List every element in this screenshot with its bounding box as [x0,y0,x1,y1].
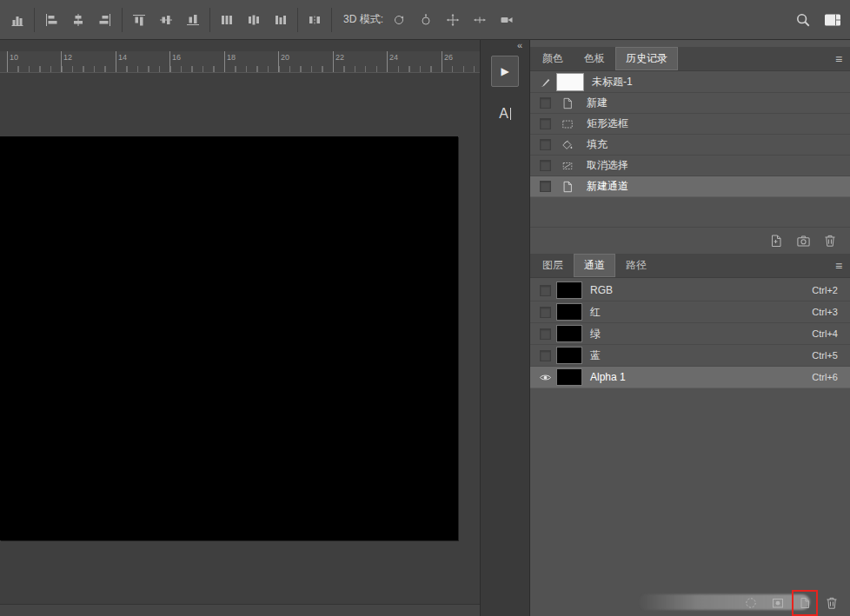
history-item-selected[interactable]: 新建通道 [530,176,850,197]
visibility-checkbox[interactable] [540,285,551,296]
tab-layers[interactable]: 图层 [532,254,574,277]
channel-shortcut: Ctrl+6 [812,372,850,382]
character-panel-button[interactable]: A [481,106,529,122]
tab-channels[interactable]: 通道 [574,254,615,277]
visibility-well[interactable] [534,307,556,318]
distribute-spacing-icon[interactable] [306,11,323,29]
3d-slide-icon[interactable] [471,11,488,29]
channels-list: RGB Ctrl+2 红 Ctrl+3 绿 Ctrl+4 蓝 Ctrl+5 [530,280,850,388]
visibility-well[interactable] [534,371,556,384]
horizontal-ruler: 10 12 14 16 18 20 22 24 26 [0,51,480,73]
distribute-right-edges-icon[interactable] [272,11,289,29]
history-item-label: 矩形选框 [587,116,628,131]
history-brush-well [534,139,556,150]
history-source-checkbox[interactable] [540,97,551,109]
history-item-label: 取消选择 [587,158,628,173]
panel-menu-icon[interactable]: ≡ [827,254,850,277]
channel-row-red[interactable]: 红 Ctrl+3 [530,301,850,323]
canvas[interactable] [0,136,458,540]
ruler-tick-label: 24 [389,53,398,62]
channel-shortcut: Ctrl+2 [812,285,850,295]
channel-label: 绿 [590,327,601,341]
actions-panel-button[interactable]: ▶ [491,56,519,87]
horizontal-scrollbar[interactable] [0,604,480,616]
workspace-switcher-icon[interactable] [824,11,841,29]
history-brush-source-icon[interactable] [534,76,556,89]
load-channel-as-selection-button[interactable] [741,593,760,613]
history-snapshot-thumbnail [556,73,584,91]
history-item[interactable]: 未标题-1 [530,72,850,93]
ruler-tick-label: 26 [444,53,453,62]
save-selection-as-channel-button[interactable] [768,593,787,613]
distribute-left-edges-icon[interactable] [218,11,236,29]
channel-shortcut: Ctrl+4 [812,328,850,339]
ruler-tick-label: 20 [281,53,289,62]
channel-thumbnail [556,347,582,364]
history-item[interactable]: 填充 [530,135,850,156]
3d-scale-icon[interactable] [498,11,515,29]
channel-label: 蓝 [590,348,601,363]
document-area[interactable]: 10 12 14 16 18 20 22 24 26 [0,40,480,616]
channel-shortcut: Ctrl+5 [812,350,850,361]
toolbar-separator [122,8,123,32]
tab-color[interactable]: 颜色 [532,47,574,70]
visibility-well[interactable] [534,285,556,296]
visibility-checkbox[interactable] [540,350,551,361]
visibility-checkbox[interactable] [540,328,551,340]
history-item[interactable]: 取消选择 [530,156,850,176]
channel-thumbnail [556,325,582,342]
history-brush-well [534,118,556,129]
align-horizontal-centers-icon[interactable] [70,11,87,29]
channel-row-alpha1[interactable]: Alpha 1 Ctrl+6 [530,367,850,388]
history-source-checkbox[interactable] [540,118,551,129]
history-item[interactable]: 矩形选框 [530,114,850,135]
channel-row-rgb[interactable]: RGB Ctrl+2 [530,280,850,301]
align-bottom-edges-icon[interactable] [184,11,202,29]
history-item-label: 新建通道 [587,179,628,194]
new-channel-button[interactable] [795,593,814,613]
tab-history[interactable]: 历史记录 [615,47,678,70]
panel-dock: « ▶ A [480,40,530,616]
history-panel-footer [530,227,850,254]
3d-mode-label: 3D 模式: [343,12,383,27]
character-a-icon: A [499,106,508,122]
3d-orbit-icon[interactable] [390,11,408,29]
expand-panels-button[interactable]: « [481,40,529,52]
panel-menu-icon[interactable]: ≡ [827,47,850,70]
delete-channel-trash-button[interactable] [822,593,841,613]
visibility-well[interactable] [534,328,556,340]
history-list: 未标题-1 新建 矩形选框 填充 [530,72,850,197]
channel-row-green[interactable]: 绿 Ctrl+4 [530,323,850,345]
history-source-checkbox[interactable] [540,181,551,192]
new-snapshot-camera-button[interactable] [794,231,813,250]
align-right-edges-icon[interactable] [96,11,114,29]
align-top-edges-icon[interactable] [130,11,148,29]
vertical-bars-icon[interactable] [9,11,26,29]
rectangular-marquee-icon [556,118,579,130]
history-source-checkbox[interactable] [540,139,551,150]
visibility-well[interactable] [534,350,556,361]
channel-thumbnail [556,368,582,386]
tab-paths[interactable]: 路径 [615,254,657,277]
history-item-label: 填充 [587,137,608,152]
visibility-checkbox[interactable] [540,307,551,318]
history-item-label: 未标题-1 [592,75,633,89]
tab-swatches[interactable]: 色板 [574,47,615,70]
deselect-icon [556,160,579,172]
new-document-from-state-button[interactable] [767,231,786,250]
search-icon[interactable] [794,11,812,29]
distribute-horizontal-centers-icon[interactable] [245,11,262,29]
3d-roll-icon[interactable] [417,11,435,29]
channel-row-blue[interactable]: 蓝 Ctrl+5 [530,345,850,367]
toolbar-separator [297,8,298,32]
ruler-tick-label: 18 [227,53,236,62]
channel-thumbnail [556,282,582,299]
3d-drag-icon[interactable] [444,11,462,29]
history-brush-well [534,160,556,171]
history-brush-well [534,97,556,109]
align-left-edges-icon[interactable] [43,11,60,29]
delete-history-trash-button[interactable] [820,231,840,250]
history-source-checkbox[interactable] [540,160,551,171]
align-vertical-centers-icon[interactable] [157,11,175,29]
history-item[interactable]: 新建 [530,93,850,114]
